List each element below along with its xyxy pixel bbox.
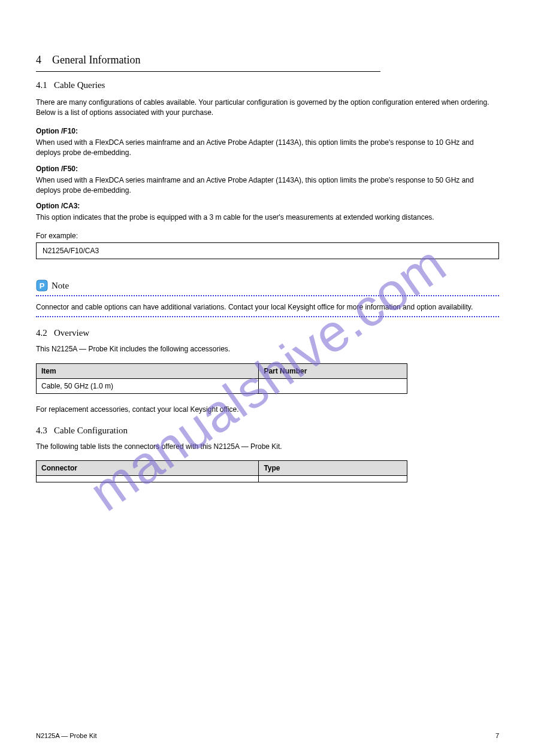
example-label: For example: [36,232,499,240]
table1-header-1: Part Number [259,363,407,378]
cable-config-text: The following table lists the connectors… [36,442,499,452]
section-heading: 4 General Information [36,54,499,66]
subsection-number: 4.1 [36,80,47,90]
option-block-1: Option /F50: When used with a FlexDCA se… [36,165,499,196]
note-body: Connector and cable options can have add… [36,302,499,312]
section-heading-row: 4 General Information [36,54,499,72]
option-text-1: When used with a FlexDCA series mainfram… [36,175,499,196]
note-icon: P [36,280,48,292]
example-block: For example: N2125A/F10/CA3 [36,232,499,259]
table2-header-0: Connector [37,461,259,476]
table1-note: For replacement accessories, contact you… [36,405,499,415]
option-text-2: This option indicates that the probe is … [36,212,499,223]
note-header-row: P Note [36,280,499,292]
note-label: Note [52,280,69,292]
option-name-0: Option /F10: [36,127,499,135]
section-underline [36,71,380,72]
table2-header-1: Type [259,461,407,476]
table-row: Cable, 50 GHz (1.0 m) [37,378,407,393]
connectors-table: Connector Type [36,460,407,482]
note-divider-top [36,295,499,296]
table-header-row: Connector Type [37,461,407,476]
footer-left: N2125A — Probe Kit [36,732,97,739]
intro-paragraph: There are many configurations of cables … [36,98,499,119]
cable-config-title: Cable Configuration [54,426,128,435]
option-name-2: Option /CA3: [36,202,499,210]
section-title: General Information [52,54,140,66]
overview-title: Overview [54,328,89,338]
svg-text:P: P [40,281,45,290]
option-block-0: Option /F10: When used with a FlexDCA se… [36,127,499,159]
page-content: 4 General Information 4.1 Cable Queries … [0,0,535,517]
table1-header-0: Item [37,363,259,378]
example-frame: N2125A/F10/CA3 [36,242,499,259]
footer-page-number: 7 [495,732,499,739]
table1-cell-0-1 [259,378,407,393]
table-header-row: Item Part Number [37,363,407,378]
subsection-title: Cable Queries [54,80,105,90]
cable-config-heading: 4.3 Cable Configuration [36,426,499,436]
table-row [37,476,407,482]
table1-cell-0-0: Cable, 50 GHz (1.0 m) [37,378,259,393]
accessories-table: Item Part Number Cable, 50 GHz (1.0 m) [36,363,407,394]
overview-number: 4.2 [36,328,47,338]
overview-heading: 4.2 Overview [36,328,499,338]
note-divider-bottom [36,316,499,317]
option-text-0: When used with a FlexDCA series mainfram… [36,138,499,159]
table2-cell-0-1 [259,476,407,482]
option-name-1: Option /F50: [36,165,499,173]
cable-config-number: 4.3 [36,426,47,435]
subsection-heading: 4.1 Cable Queries [36,80,499,90]
overview-text: This N2125A — Probe Kit includes the fol… [36,344,499,354]
page-footer: N2125A — Probe Kit 7 [36,732,499,739]
section-number: 4 [36,54,41,66]
table2-cell-0-0 [37,476,259,482]
option-block-2: Option /CA3: This option indicates that … [36,202,499,223]
